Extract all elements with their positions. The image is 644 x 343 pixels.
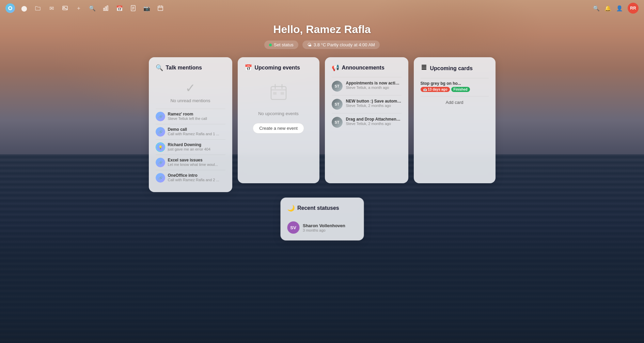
recent-statuses-card: 🌙 Recent statuses SV Sharon Vollenhoven … [280, 198, 364, 240]
search-button[interactable]: 🔍 [593, 5, 600, 12]
status-user-info: Sharon Vollenhoven 3 months ago [303, 223, 345, 232]
nav-photos-icon[interactable] [61, 4, 69, 12]
mention-room-name: Excel save issues [168, 158, 225, 162]
mention-item[interactable]: 🔗 Ramez' room Steve Tetluk left the call [156, 109, 225, 124]
announce-meta: Steve Tetluk, 2 months ago [346, 104, 402, 108]
nav-dashboard-icon[interactable]: ⬤ [20, 4, 28, 12]
svg-rect-4 [104, 8, 105, 11]
badge-row: 📅 13 days ago Finished [421, 87, 489, 92]
cards-row: 🔍 Talk mentions ✓ No unread mentions 🔗 R… [149, 57, 496, 192]
mention-room-name: Ramez' room [168, 112, 225, 116]
nav-camera-icon[interactable]: 📷 [143, 4, 151, 12]
svg-rect-20 [281, 92, 284, 95]
svg-rect-11 [158, 6, 163, 11]
calendar-icon: 📅 [245, 64, 252, 72]
mention-avatar: 🔗 [156, 112, 165, 121]
events-title: Upcoming events [255, 65, 300, 71]
mention-content: Demo call Call with Ramez Rafla and 1 ..… [168, 127, 225, 136]
svg-rect-5 [105, 7, 106, 11]
status-user-time: 3 months ago [303, 228, 345, 232]
mention-preview-text: Steve Tetluk left the call [168, 116, 225, 121]
richard-avatar: 💡 [156, 142, 165, 152]
svg-rect-24 [422, 65, 426, 66]
mention-content: OneOffice intro Call with Ramez Rafla an… [168, 173, 225, 182]
announcement-item[interactable]: ST Appointments is now active... Steve T… [332, 77, 402, 95]
mention-content: Ramez' room Steve Tetluk left the call [168, 112, 225, 121]
mention-item-richard[interactable]: 💡 Richard Downing just gave me an error … [156, 139, 225, 155]
mention-item[interactable]: 🔗 Excel save issues Let me know what tim… [156, 155, 225, 170]
app-logo[interactable] [5, 3, 15, 13]
no-events-text: No upcoming events [258, 111, 299, 116]
mention-preview-text: Call with Ramez Rafla and 2 ... [168, 178, 225, 182]
nav-icons: ⬤ ✉ ＋ 🔍 📅 📷 [20, 4, 164, 12]
add-card-button[interactable]: Add card [421, 96, 489, 108]
svg-rect-23 [422, 69, 426, 70]
talk-mentions-header: 🔍 Talk mentions [156, 64, 225, 72]
announce-author-avatar: ST [332, 99, 343, 110]
announce-content: Appointments is now active... Steve Tetl… [346, 81, 402, 90]
no-events-section: No upcoming events Create a new event [245, 77, 313, 140]
svg-rect-22 [422, 67, 426, 68]
topbar-right: 🔍 🔔 👤 RR [593, 3, 639, 14]
create-event-button[interactable]: Create a new event [253, 123, 304, 134]
room-icon: 🔗 [156, 112, 165, 121]
talk-icon: 🔍 [156, 64, 163, 72]
announcement-item[interactable]: ST NEW button :) Save automa... Steve Te… [332, 95, 402, 113]
upcoming-cards-title: Upcoming cards [430, 65, 473, 72]
svg-rect-6 [107, 6, 108, 11]
notifications-icon[interactable]: 🔔 [604, 5, 611, 12]
nav-create-icon[interactable]: ＋ [75, 4, 82, 12]
mention-item[interactable]: 🔗 Demo call Call with Ramez Rafla and 1 … [156, 124, 225, 139]
mention-avatar: 🔗 [156, 158, 165, 167]
talk-mentions-card: 🔍 Talk mentions ✓ No unread mentions 🔗 R… [149, 57, 232, 192]
person-avatar: ST [332, 81, 343, 92]
person-avatar: ST [332, 117, 343, 128]
mention-room-name: Demo call [168, 127, 225, 132]
announce-icon: 📢 [332, 64, 339, 72]
status-row: Set status 🌤 3.8 °C Partly cloudy at 4:0… [264, 41, 380, 49]
status-badge: Finished [451, 87, 470, 92]
status-user-item[interactable]: SV Sharon Vollenhoven 3 months ago [287, 217, 357, 234]
events-header: 📅 Upcoming events [245, 64, 313, 72]
announce-author-avatar: ST [332, 81, 343, 92]
nav-search-icon[interactable]: 🔍 [89, 4, 96, 12]
announcement-item[interactable]: ST Drag and Drop Attachment ... Steve Te… [332, 113, 402, 131]
announce-content: NEW button :) Save automa... Steve Tetlu… [346, 99, 402, 108]
nav-analytics-icon[interactable] [102, 4, 110, 12]
weather-widget: 🌤 3.8 °C Partly cloudy at 4:00 AM [302, 41, 380, 49]
announcements-title: Announcements [342, 65, 384, 71]
checkmark-icon: ✓ [185, 81, 195, 95]
status-label: Set status [274, 42, 294, 47]
empty-calendar-icon [268, 82, 289, 107]
nav-docs-icon[interactable] [129, 4, 137, 12]
nav-calendar-icon[interactable]: 📅 [116, 4, 123, 12]
room-icon: 🔗 [156, 127, 165, 137]
recent-statuses-title: Recent statuses [297, 205, 339, 211]
time-badge: 📅 13 days ago [421, 87, 450, 92]
room-icon: 🔗 [156, 173, 165, 183]
announce-title: NEW button :) Save automa... [346, 99, 402, 104]
user-avatar[interactable]: RR [628, 3, 639, 14]
talk-mentions-title: Talk mentions [166, 65, 202, 71]
nav-tasks-icon[interactable] [157, 4, 164, 12]
weather-icon: 🌤 [307, 42, 312, 47]
mention-item[interactable]: 🔗 OneOffice intro Call with Ramez Rafla … [156, 170, 225, 185]
card-item[interactable]: Stop grey bg on ho... 📅 13 days ago Fini… [421, 78, 489, 95]
nav-files-icon[interactable] [34, 4, 42, 12]
status-user-name: Sharon Vollenhoven [303, 223, 345, 228]
announce-content: Drag and Drop Attachment ... Steve Tetlu… [346, 117, 402, 126]
upcoming-cards-header: Upcoming cards [421, 64, 489, 73]
mention-avatar: 🔗 [156, 127, 165, 137]
card-item-title: Stop grey bg on ho... [421, 81, 465, 86]
weather-text: 3.8 °C Partly cloudy at 4:00 AM [314, 42, 375, 47]
announce-meta: Steve Tetluk, 2 months ago [346, 122, 402, 126]
set-status-button[interactable]: Set status [264, 41, 298, 49]
mention-room-name: OneOffice intro [168, 173, 225, 178]
nav-mail-icon[interactable]: ✉ [48, 4, 55, 12]
contacts-icon[interactable]: 👤 [616, 5, 623, 12]
mention-room-name: Richard Downing [168, 142, 225, 147]
topbar: ⬤ ✉ ＋ 🔍 📅 📷 🔍 🔔 👤 [0, 0, 644, 16]
moon-icon: 🌙 [287, 204, 295, 212]
main-content: Hello, Ramez Rafla Set status 🌤 3.8 °C P… [0, 0, 644, 343]
announcements-card: 📢 Announcements ST Appointments is now a… [325, 57, 408, 183]
